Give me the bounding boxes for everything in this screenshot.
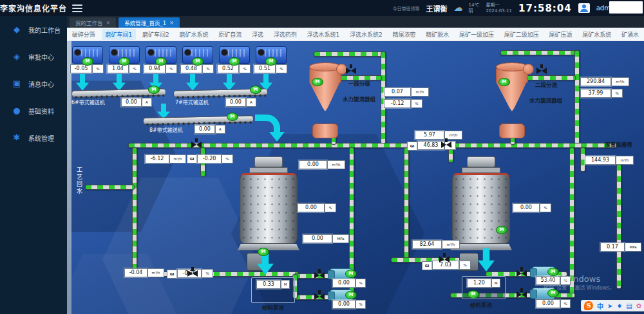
right-flow-value: 82.64 <box>412 240 442 249</box>
shield-icon: ● <box>12 106 22 116</box>
valve[interactable] <box>187 270 198 277</box>
cyclone-2-flow-value: 290.84 <box>580 77 611 86</box>
tab-close-icon[interactable]: × <box>106 20 111 26</box>
emoji-icon[interactable]: ✿ <box>636 302 641 309</box>
tank2-level-unit: M <box>491 279 500 288</box>
valve[interactable] <box>314 293 325 300</box>
motor-indicator: M <box>345 270 357 278</box>
pump-pit-2-label: 给料泵池 <box>470 300 492 308</box>
valve[interactable] <box>516 270 527 277</box>
menu-item-filter-press[interactable]: 尾矿压滤 <box>545 29 576 40</box>
cyclone-1-pct-unit: % <box>411 99 422 108</box>
motor-indicator: M <box>82 57 93 66</box>
duty-leader-label: 今日带班领导 <box>393 5 420 12</box>
pump-pit-1-label: 给料泵池 <box>262 303 284 311</box>
valve[interactable] <box>439 256 450 263</box>
menu-item-tailings-p2[interactable]: 尾矿二级加压 <box>500 29 543 40</box>
tab-close-icon[interactable]: × <box>169 20 174 26</box>
flow-arrow-icon <box>223 74 236 91</box>
input-method-tray[interactable]: S 中 ➤ ♦ ▤ ✿ <box>581 300 644 311</box>
valve[interactable] <box>314 272 325 279</box>
pump1-value: 0.00 <box>332 279 355 288</box>
menu-item-grinding2[interactable]: 磨矿车间2 <box>138 29 173 40</box>
tab-system-home[interactable]: 系统管理_首页_1 × <box>118 17 180 28</box>
conveyor-8-unit: A <box>215 125 225 134</box>
feeder5-value: 0.52 <box>217 64 239 73</box>
valve[interactable] <box>191 142 202 148</box>
sidebar-item-system[interactable]: ✱ 系统管理 <box>0 124 67 151</box>
menu-item-grinding1[interactable]: 磨矿车间1 <box>102 29 137 40</box>
feeder6-unit: % <box>276 64 287 73</box>
sidebar-item-messages[interactable]: ▣ 消息中心 <box>0 70 67 97</box>
pipe <box>574 50 580 144</box>
pump1-unit: % <box>355 279 366 288</box>
menu-item-flotation[interactable]: 浮选 <box>248 29 267 40</box>
left-gi-unit: % <box>222 154 233 163</box>
menu-item-crushing[interactable]: 破碎分筛 <box>68 29 99 40</box>
sogou-icon[interactable]: S <box>584 301 593 310</box>
menu-item-mine-water[interactable]: 矿涌水 <box>618 29 643 40</box>
weekday: 星期一 <box>486 3 499 8</box>
hydrocyclone-1[interactable] <box>307 64 343 125</box>
process-menu: 破碎分筛 磨矿车间1 磨矿车间2 磨矿水系统 原矿自流 浮选 浮选药剂 浮选水系… <box>67 28 644 41</box>
valve[interactable] <box>441 142 451 148</box>
clock: 17:58:04 <box>518 3 572 14</box>
menu-item-reagent[interactable]: 浮选药剂 <box>270 29 301 40</box>
gi-badge: GI <box>167 270 177 279</box>
date: 2024-03-11 <box>486 8 512 14</box>
language-icon[interactable]: 中 <box>597 301 603 311</box>
menu-item-raw-ore[interactable]: 原矿自流 <box>214 29 245 40</box>
menu-item-tailings-water[interactable]: 尾矿水系统 <box>578 29 615 40</box>
feeder1-value: -0.05 <box>70 64 92 73</box>
vertical-mill-2[interactable] <box>450 156 512 250</box>
feeder2-unit: % <box>129 64 140 73</box>
mill1-pressure-value: 0.00 <box>303 234 332 243</box>
conveyor-8-value: 0.00 <box>194 125 215 134</box>
left-flow-unit: m³/h <box>169 154 186 163</box>
overlay-white-box <box>609 1 643 14</box>
menu-item-dewatering[interactable]: 精矿脱水 <box>422 29 453 40</box>
gi-badge: GI <box>187 154 197 163</box>
mic-icon[interactable]: ♦ <box>616 302 622 309</box>
left-flow-value: -6.12 <box>145 154 169 163</box>
workbench-icon: ◆ <box>12 24 22 35</box>
tab-workbench[interactable]: 我的工作台 × <box>70 17 116 28</box>
valve[interactable] <box>516 291 527 298</box>
cyclone-2-label: 二段分流 <box>535 80 557 88</box>
weather-text: 阴 <box>469 8 473 14</box>
motor-indicator: M <box>468 290 479 299</box>
motor-indicator: M <box>345 291 357 299</box>
feeder3-value: 0.94 <box>144 64 166 73</box>
pipe <box>500 50 579 55</box>
cyclone-1-flow-value: 0.07 <box>384 88 411 97</box>
cyclone-1-label2: 水力旋流器组 <box>343 95 375 102</box>
approval-icon: ◈ <box>12 51 22 62</box>
sidebar-item-approval[interactable]: ◈ 审批中心 <box>0 43 67 70</box>
hamburger-menu-icon[interactable] <box>72 5 82 12</box>
valve[interactable] <box>346 68 356 74</box>
menu-item-flot-water2[interactable]: 浮选水系统2 <box>346 29 386 40</box>
menu-item-flot-water1[interactable]: 浮选水系统1 <box>303 29 344 40</box>
sidebar-item-basicdata[interactable]: ● 基础资料 <box>0 97 67 124</box>
cyclone-2-pct-unit: % <box>611 89 623 98</box>
motor-indicator: M <box>547 268 559 276</box>
mid-flow-value: 5.97 <box>415 131 444 140</box>
user-avatar[interactable] <box>578 3 590 13</box>
conveyor-6-value: 0.00 <box>121 98 142 107</box>
pump2-value: 0.00 <box>332 300 355 309</box>
valve[interactable] <box>536 68 547 74</box>
pipe <box>404 147 409 259</box>
menu-item-grinding-water[interactable]: 磨矿水系统 <box>176 29 213 40</box>
curved-arrow-icon <box>252 113 286 142</box>
vertical-mill-1[interactable] <box>238 156 299 250</box>
pointer-icon[interactable]: ➤ <box>607 302 612 309</box>
motor-indicator: M <box>155 57 167 66</box>
pipe <box>314 51 386 57</box>
keyboard-icon[interactable]: ▤ <box>626 302 632 309</box>
motor-indicator: M <box>250 86 261 94</box>
sidebar-item-workbench[interactable]: ◆ 我的工作台 <box>0 16 67 43</box>
menu-item-thickening[interactable]: 精尾浓密 <box>388 29 419 40</box>
menu-item-tailings-p1[interactable]: 尾矿一级加压 <box>455 29 498 40</box>
gi-badge: GI <box>422 261 432 270</box>
hydrocyclone-2[interactable] <box>493 64 529 125</box>
